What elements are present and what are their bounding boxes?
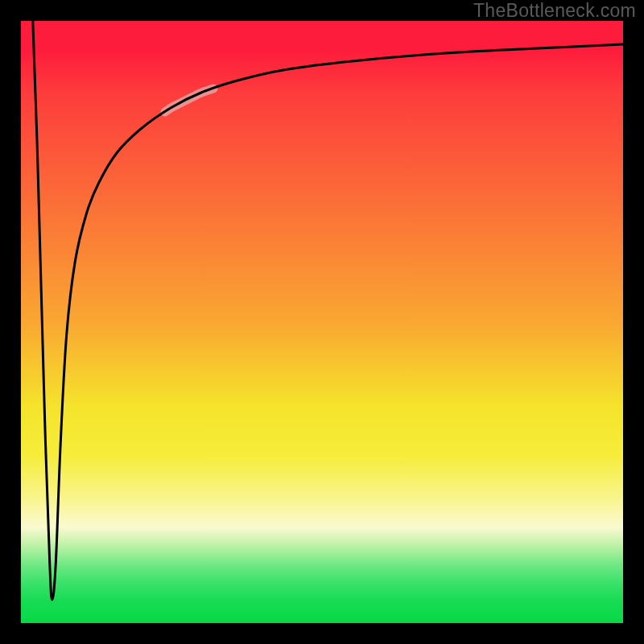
bottleneck-chart: TheBottleneck.com <box>0 0 644 644</box>
gradient-background <box>20 20 624 624</box>
watermark-text: TheBottleneck.com <box>473 0 636 22</box>
